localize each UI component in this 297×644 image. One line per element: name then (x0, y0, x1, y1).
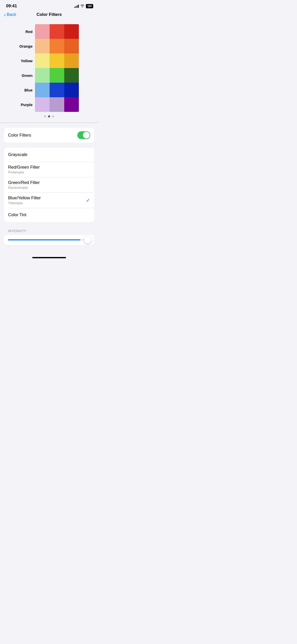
signal-icon (74, 5, 79, 8)
status-bar: 09:41 100 (0, 0, 98, 10)
filter-option-subtitle: Tritanopia (8, 201, 90, 205)
battery-icon: 100 (86, 4, 93, 8)
color-filters-toggle[interactable] (77, 131, 90, 139)
color-label-red: Red (25, 24, 32, 39)
color-cell (64, 24, 79, 39)
back-label: Back (7, 12, 16, 17)
toggle-thumb (83, 132, 90, 139)
page-dot-0[interactable] (44, 115, 46, 117)
color-labels: RedOrangeYellowGreenBluePurple (19, 24, 35, 112)
back-button[interactable]: ‹ Back (4, 12, 16, 17)
color-cell (64, 39, 79, 53)
settings-section: Color Filters GrayscaleRed/Green FilterP… (0, 123, 98, 245)
color-cell (64, 97, 79, 112)
page-dot-2[interactable] (52, 115, 54, 117)
wifi-icon (80, 4, 84, 8)
color-cell (50, 24, 64, 39)
home-bar (32, 257, 66, 258)
filter-option-row[interactable]: Grayscale (4, 148, 94, 162)
filter-option-row[interactable]: Color Tint (4, 208, 94, 222)
color-cell (35, 53, 50, 68)
intensity-slider-track (8, 239, 90, 240)
color-label-orange: Orange (19, 39, 33, 53)
back-chevron-icon: ‹ (4, 12, 6, 17)
color-cell (50, 68, 64, 83)
filter-option-subtitle: Protanopia (8, 170, 90, 174)
color-cell (50, 83, 64, 97)
intensity-slider-fill (8, 239, 80, 240)
intensity-card (4, 235, 94, 245)
color-label-yellow: Yellow (21, 53, 33, 68)
color-grid (35, 24, 79, 112)
color-cell (50, 97, 64, 112)
filter-option-row[interactable]: Green/Red FilterDeuteranopia (4, 177, 94, 192)
color-label-purple: Purple (21, 97, 33, 112)
filter-option-title: Green/Red Filter (8, 180, 90, 185)
color-filters-row: Color Filters (4, 128, 94, 143)
filter-option-title: Grayscale (8, 152, 90, 157)
intensity-label: INTENSITY (4, 229, 94, 235)
color-cell (35, 39, 50, 53)
color-grid-wrapper: RedOrangeYellowGreenBluePurple (19, 24, 79, 112)
filter-option-subtitle: Deuteranopia (8, 186, 90, 189)
page-dot-1[interactable] (48, 115, 50, 117)
color-cell (50, 39, 64, 53)
filter-option-checkmark-icon: ✓ (86, 197, 90, 203)
color-label-green: Green (22, 68, 32, 83)
color-cell (35, 68, 50, 83)
color-filters-card: Color Filters (4, 128, 94, 143)
status-icons: 100 (74, 4, 93, 8)
intensity-section: INTENSITY (4, 229, 94, 245)
filter-option-title: Red/Green Filter (8, 165, 90, 170)
filter-option-row[interactable]: Blue/Yellow FilterTritanopia✓ (4, 192, 94, 208)
color-cell (35, 24, 50, 39)
filter-options-card: GrayscaleRed/Green FilterProtanopiaGreen… (4, 148, 94, 222)
color-cell (35, 83, 50, 97)
color-cell (35, 97, 50, 112)
color-cell (64, 68, 79, 83)
color-label-blue: Blue (24, 83, 33, 97)
color-cell (64, 83, 79, 97)
filter-option-row[interactable]: Red/Green FilterProtanopia (4, 162, 94, 177)
intensity-slider-thumb[interactable] (84, 236, 91, 243)
nav-bar: ‹ Back Color Filters (0, 10, 98, 20)
filter-options-section: GrayscaleRed/Green FilterProtanopiaGreen… (4, 148, 94, 222)
status-time: 09:41 (6, 4, 17, 9)
color-filters-label: Color Filters (8, 133, 31, 138)
color-cell (64, 53, 79, 68)
page-dots (44, 115, 54, 117)
nav-title: Color Filters (37, 12, 62, 17)
color-grid-section: RedOrangeYellowGreenBluePurple (0, 20, 98, 122)
home-indicator (0, 255, 98, 262)
filter-option-title: Color Tint (8, 212, 90, 217)
color-cell (50, 53, 64, 68)
filter-option-title: Blue/Yellow Filter (8, 196, 90, 201)
